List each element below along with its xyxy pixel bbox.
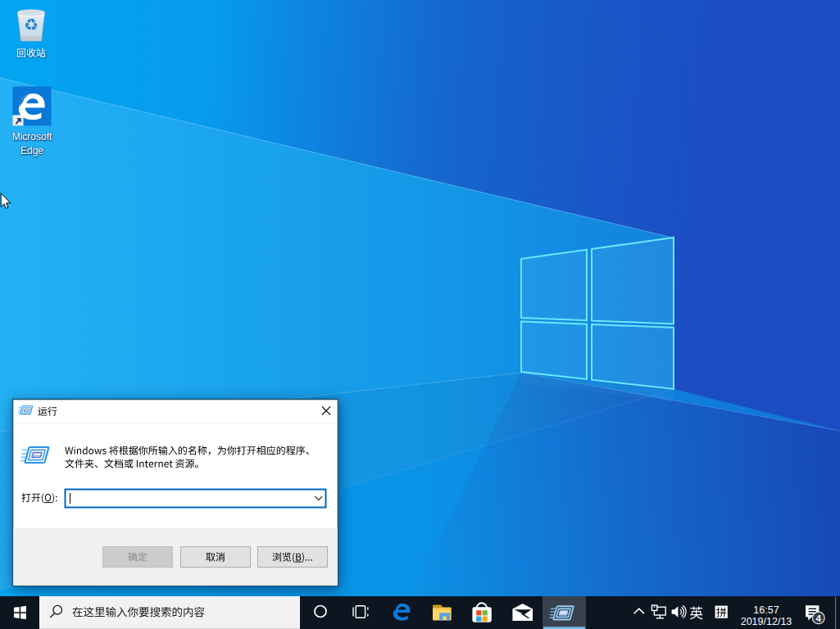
svg-text:16:57: 16:57 bbox=[753, 604, 779, 616]
svg-text:2019/12/13: 2019/12/13 bbox=[741, 616, 792, 627]
svg-text:4: 4 bbox=[816, 613, 822, 623]
